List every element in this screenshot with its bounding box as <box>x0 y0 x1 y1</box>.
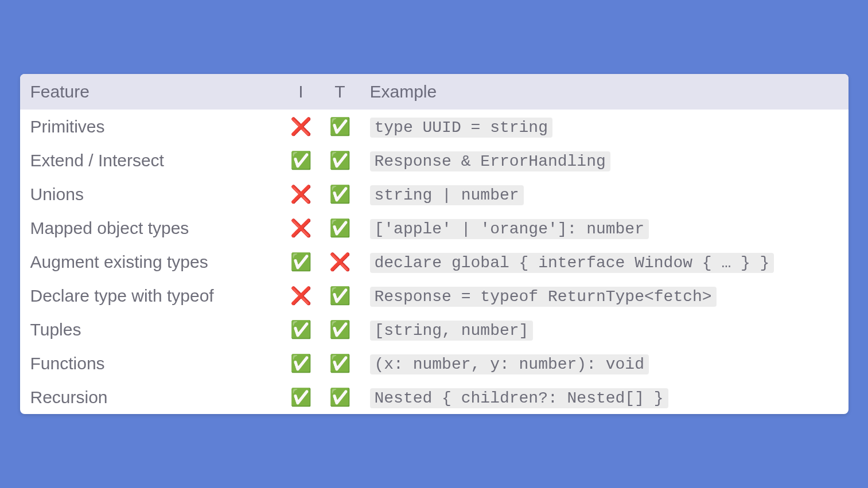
table-row: Unions❌✅string | number <box>20 177 848 211</box>
header-t: T <box>321 74 360 110</box>
example-cell: string | number <box>360 177 848 211</box>
feature-cell: Augment existing types <box>20 245 282 279</box>
example-code: Response & ErrorHandling <box>370 151 610 171</box>
table-row: Declare type with typeof❌✅Response = typ… <box>20 279 848 313</box>
example-code: Response = typeof ReturnType<fetch> <box>370 287 717 307</box>
feature-cell: Declare type with typeof <box>20 279 282 313</box>
feature-cell: Unions <box>20 177 282 211</box>
table-row: Mapped object types❌✅['apple' | 'orange'… <box>20 211 848 245</box>
check-icon: ✅ <box>282 346 321 380</box>
check-icon: ✅ <box>321 313 360 346</box>
example-cell: declare global { interface Window { … } … <box>360 245 848 279</box>
header-example: Example <box>360 74 848 110</box>
example-cell: Nested { children?: Nested[] } <box>360 380 848 414</box>
feature-cell: Tuples <box>20 313 282 346</box>
feature-cell: Functions <box>20 346 282 380</box>
feature-table: Feature I T Example Primitives❌✅type UUI… <box>20 74 848 414</box>
cross-icon: ❌ <box>282 177 321 211</box>
check-icon: ✅ <box>321 380 360 414</box>
check-icon: ✅ <box>321 279 360 313</box>
check-icon: ✅ <box>321 211 360 245</box>
cross-icon: ❌ <box>282 211 321 245</box>
check-icon: ✅ <box>282 245 321 279</box>
example-code: string | number <box>370 185 524 205</box>
header-feature: Feature <box>20 74 282 110</box>
example-cell: type UUID = string <box>360 110 848 143</box>
check-icon: ✅ <box>282 143 321 177</box>
table-row: Augment existing types✅❌declare global {… <box>20 245 848 279</box>
feature-cell: Primitives <box>20 110 282 143</box>
table-row: Extend / Intersect✅✅Response & ErrorHand… <box>20 143 848 177</box>
check-icon: ✅ <box>321 110 360 143</box>
example-cell: ['apple' | 'orange']: number <box>360 211 848 245</box>
table-row: Recursion✅✅Nested { children?: Nested[] … <box>20 380 848 414</box>
table-row: Primitives❌✅type UUID = string <box>20 110 848 143</box>
example-code: ['apple' | 'orange']: number <box>370 219 649 239</box>
example-code: declare global { interface Window { … } … <box>370 253 774 273</box>
example-cell: Response = typeof ReturnType<fetch> <box>360 279 848 313</box>
feature-cell: Mapped object types <box>20 211 282 245</box>
example-cell: [string, number] <box>360 313 848 346</box>
cross-icon: ❌ <box>282 279 321 313</box>
table-row: Functions✅✅(x: number, y: number): void <box>20 346 848 380</box>
check-icon: ✅ <box>282 380 321 414</box>
example-code: (x: number, y: number): void <box>370 354 649 374</box>
comparison-card: Feature I T Example Primitives❌✅type UUI… <box>20 74 848 414</box>
feature-cell: Recursion <box>20 380 282 414</box>
check-icon: ✅ <box>321 143 360 177</box>
example-cell: (x: number, y: number): void <box>360 346 848 380</box>
cross-icon: ❌ <box>321 245 360 279</box>
check-icon: ✅ <box>321 346 360 380</box>
header-i: I <box>282 74 321 110</box>
example-code: type UUID = string <box>370 118 552 138</box>
example-code: [string, number] <box>370 321 534 341</box>
example-cell: Response & ErrorHandling <box>360 143 848 177</box>
check-icon: ✅ <box>321 177 360 211</box>
cross-icon: ❌ <box>282 110 321 143</box>
example-code: Nested { children?: Nested[] } <box>370 388 668 408</box>
table-row: Tuples✅✅[string, number] <box>20 313 848 346</box>
feature-cell: Extend / Intersect <box>20 143 282 177</box>
check-icon: ✅ <box>282 313 321 346</box>
table-header-row: Feature I T Example <box>20 74 848 110</box>
